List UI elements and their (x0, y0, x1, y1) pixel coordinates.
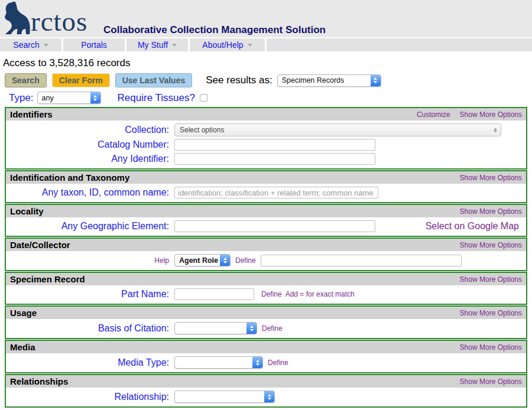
section-title: Media (10, 342, 35, 352)
show-more-options-link[interactable]: Show More Options (460, 309, 522, 317)
select-stepper-icon (90, 92, 100, 103)
nav-about-help[interactable]: About/Help (190, 38, 267, 51)
relationship-label[interactable]: Relationship: (6, 392, 174, 402)
media-type-select[interactable] (174, 356, 263, 369)
section-title: Date/Collector (10, 240, 70, 250)
nav-portals-label: Portals (81, 40, 107, 50)
search-button[interactable]: Search (5, 73, 47, 87)
geographic-element-label[interactable]: Any Geographic Element: (6, 221, 174, 232)
agent-row: Help Agent Role Define (6, 253, 526, 268)
app-header: rctos Collaborative Collection Managemen… (0, 0, 532, 37)
basis-of-citation-row: Basis of Citation: Define (6, 321, 526, 336)
show-more-options-link[interactable]: Show More Options (460, 275, 522, 284)
exact-match-hint: Add = for exact match (286, 290, 355, 298)
part-name-input[interactable] (174, 288, 254, 300)
section-media: Media Show More Options Media Type: Defi… (5, 340, 527, 373)
select-stepper-icon (264, 391, 274, 402)
any-identifier-row: Any Identifier: (6, 152, 526, 166)
define-link[interactable]: Define (268, 359, 288, 367)
media-type-label[interactable]: Media Type: (6, 357, 174, 368)
require-tissues-label[interactable]: Require Tissues? (118, 92, 195, 104)
results-format-select[interactable]: Specimen Records (277, 74, 381, 87)
basis-of-citation-select[interactable] (174, 322, 257, 334)
section-taxonomy: Identification and Taxonomy Show More Op… (5, 170, 527, 203)
show-more-options-link[interactable]: Show More Options (460, 110, 522, 119)
show-more-options-link[interactable]: Show More Options (460, 174, 522, 182)
top-button-row: Search Clear Form Use Last Values See re… (5, 73, 532, 87)
record-count-text: Access to 3,528,316 records (3, 57, 532, 69)
taxon-label[interactable]: Any taxon, ID, common name: (6, 187, 174, 198)
show-more-options-link[interactable]: Show More Options (460, 378, 522, 386)
section-header: Media Show More Options (6, 341, 526, 353)
section-header: Date/Collector Show More Options (6, 239, 526, 251)
section-title: Usage (10, 308, 37, 318)
section-title: Locality (10, 206, 44, 216)
nav-search[interactable]: Search (0, 38, 63, 51)
section-identifiers: Identifiers Customize Show More Options … (5, 107, 527, 170)
section-header: Locality Show More Options (6, 205, 526, 217)
require-tissues-checkbox[interactable] (200, 94, 207, 102)
agent-name-input[interactable] (261, 255, 462, 266)
select-stepper-icon (371, 75, 381, 86)
select-on-google-map-link[interactable]: Select on Google Map (426, 221, 519, 232)
use-last-values-button[interactable]: Use Last Values (115, 73, 193, 87)
select-stepper-icon (252, 357, 262, 368)
agent-role-select[interactable]: Agent Role (174, 254, 231, 266)
define-link[interactable]: Define (262, 324, 283, 333)
section-title: Identifiers (10, 109, 53, 119)
section-title: Relationships (10, 376, 68, 386)
type-value: any (38, 94, 90, 102)
section-header: Specimen Record Show More Options (6, 273, 526, 285)
show-more-options-link[interactable]: Show More Options (460, 207, 522, 216)
geographic-element-row: Any Geographic Element: Select on Google… (6, 219, 526, 233)
site-tagline: Collaborative Collection Management Solu… (103, 24, 326, 36)
logo-text: rctos (31, 8, 87, 35)
collection-value: Select options (180, 126, 224, 134)
section-locality: Locality Show More Options Any Geographi… (5, 204, 527, 237)
catalog-number-label[interactable]: Catalog Number: (6, 139, 174, 150)
chevron-down-icon (172, 44, 177, 47)
section-header: Usage Show More Options (6, 307, 526, 319)
section-header: Relationships Show More Options (6, 375, 526, 388)
nav-my-stuff[interactable]: My Stuff (126, 38, 190, 51)
define-link[interactable]: Define (235, 256, 256, 265)
section-header: Identifiers Customize Show More Options (6, 108, 526, 121)
geographic-element-input[interactable] (174, 220, 375, 232)
basis-of-citation-label[interactable]: Basis of Citation: (6, 323, 174, 334)
part-name-label[interactable]: Part Name: (6, 289, 174, 300)
help-link[interactable]: Help (6, 256, 174, 265)
nav-search-label: Search (13, 40, 39, 50)
relationship-select[interactable] (174, 391, 275, 403)
taxon-input[interactable] (174, 187, 378, 199)
collection-label[interactable]: Collection: (6, 125, 174, 135)
show-more-options-link[interactable]: Show More Options (460, 343, 522, 352)
part-name-row: Part Name: Define Add = for exact match (6, 287, 526, 301)
select-stepper-icon (494, 128, 497, 132)
catalog-number-input[interactable] (174, 139, 375, 151)
select-stepper-icon (220, 255, 230, 266)
section-relationships: Relationships Show More Options Relation… (5, 374, 527, 408)
media-type-row: Media Type: Define (6, 355, 526, 370)
show-more-options-link[interactable]: Show More Options (460, 241, 522, 249)
nav-my-stuff-label: My Stuff (138, 40, 168, 50)
any-identifier-label[interactable]: Any Identifier: (6, 154, 174, 164)
clear-form-button[interactable]: Clear Form (52, 73, 110, 87)
customize-link[interactable]: Customize (417, 110, 450, 119)
select-stepper-icon (246, 323, 257, 334)
section-date-collector: Date/Collector Show More Options Help Ag… (5, 237, 527, 271)
collection-row: Collection: Select options (6, 122, 526, 138)
section-header: Identification and Taxonomy Show More Op… (6, 171, 526, 184)
nav-about-help-label: About/Help (202, 40, 243, 50)
collection-multiselect[interactable]: Select options (174, 123, 501, 136)
define-link[interactable]: Define (261, 290, 282, 298)
taxon-row: Any taxon, ID, common name: (6, 186, 526, 200)
type-label[interactable]: Type: (9, 92, 34, 104)
relationship-row: Relationship: (6, 389, 526, 404)
type-select[interactable]: any (37, 92, 101, 104)
agent-role-value: Agent Role (175, 256, 220, 265)
arctos-logo[interactable]: rctos (3, 1, 87, 35)
section-title: Identification and Taxonomy (10, 173, 129, 183)
nav-portals[interactable]: Portals (63, 38, 126, 51)
any-identifier-input[interactable] (174, 153, 375, 165)
chevron-down-icon (44, 44, 48, 47)
